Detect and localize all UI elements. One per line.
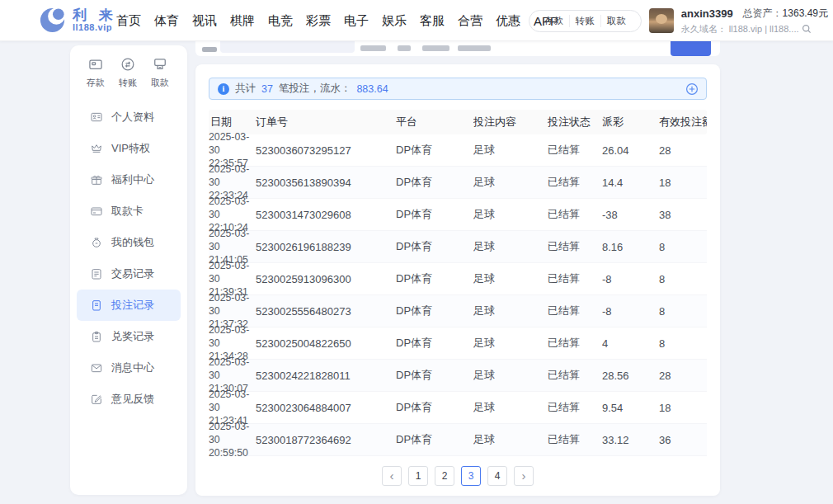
- user-info: anxin3399 总资产：1363.49元 永久域名： ll188.vip |…: [681, 7, 828, 35]
- page-button-2[interactable]: 2: [435, 466, 454, 486]
- nav-item-chess[interactable]: 棋牌: [230, 13, 255, 29]
- sidebar-item-wallet[interactable]: 我的钱包: [77, 227, 181, 258]
- next-page-button[interactable]: ›: [514, 466, 534, 486]
- avatar[interactable]: [649, 8, 674, 33]
- wallet-icon: [90, 236, 103, 249]
- prev-page-button[interactable]: ‹: [382, 466, 402, 486]
- gift-icon: [90, 173, 103, 186]
- status-badge: 已结算: [548, 143, 602, 158]
- table-row: 2025-03-3021:41:05 5230026196188239 DP体育…: [209, 231, 707, 263]
- deposit-link[interactable]: 存款: [539, 15, 569, 27]
- withdraw-icon: [152, 56, 168, 73]
- bet-records-panel: i 共计 37 笔投注，流水： 883.64 日期 订单号 平台 投注内容 投注…: [195, 64, 720, 496]
- table-header-row: 日期 订单号 平台 投注内容 投注状态 派彩 有效投注额: [209, 110, 707, 134]
- top-navbar: 利 来 ll188.vip 首页 体育 视讯 棋牌 电竞 彩票 电子 娱乐 客服…: [0, 0, 833, 41]
- filter-toolbar-cutoff: [195, 41, 720, 56]
- sidebar-item-withdraw-card[interactable]: 取款卡: [77, 195, 181, 227]
- brand-title: 利 来: [73, 8, 117, 23]
- nav-item-promo[interactable]: 优惠: [496, 13, 520, 29]
- bank-card-icon: [90, 205, 103, 218]
- date-filter-button[interactable]: [360, 45, 386, 51]
- sidebar-item-vip[interactable]: VIP特权: [77, 133, 181, 164]
- domain-label: 永久域名：: [681, 23, 727, 35]
- page-button-1[interactable]: 1: [408, 466, 428, 486]
- transfer-icon: [120, 56, 136, 73]
- sidebar-item-feedback[interactable]: 意见反馈: [77, 384, 181, 415]
- brand-domain: ll188.vip: [73, 23, 117, 33]
- crown-icon: [90, 142, 103, 155]
- date-filter-button[interactable]: [422, 45, 449, 51]
- status-badge: 已结算: [548, 271, 602, 286]
- nav-item-esports[interactable]: 电竞: [268, 13, 293, 29]
- table-row: 2025-03-3021:39:31 5230025913096300 DP体育…: [209, 263, 707, 295]
- withdraw-link[interactable]: 取款: [600, 15, 632, 27]
- sidebar-item-redeem-records[interactable]: 兑奖记录: [77, 321, 181, 352]
- status-badge: 已结算: [548, 400, 602, 415]
- quick-transfer-button[interactable]: 转账: [116, 56, 139, 89]
- sidebar-item-transactions[interactable]: 交易记录: [77, 258, 181, 290]
- deposit-icon: [87, 56, 104, 73]
- transaction-list-icon: [90, 267, 103, 280]
- status-badge: 已结算: [548, 336, 602, 351]
- page: 利 来 ll188.vip 首页 体育 视讯 棋牌 电竞 彩票 电子 娱乐 客服…: [0, 0, 833, 504]
- search-icon[interactable]: [802, 24, 812, 34]
- username: anxin3399: [681, 7, 733, 20]
- nav-item-slots[interactable]: 电子: [344, 13, 369, 29]
- nav-item-lottery[interactable]: 彩票: [306, 13, 331, 29]
- table-row: 2025-03-3022:33:24 5230035613890394 DP体育…: [209, 167, 707, 199]
- search-submit-button[interactable]: [671, 41, 711, 56]
- brand-logo[interactable]: 利 来 ll188.vip: [38, 6, 117, 35]
- sidebar-item-bet-records[interactable]: 投注记录: [77, 290, 181, 321]
- sidebar-item-profile[interactable]: 个人资料: [77, 101, 181, 133]
- page-button-4[interactable]: 4: [487, 466, 507, 486]
- sidebar: 存款 转账 取款 个人资料: [70, 45, 187, 495]
- table-row: 2025-03-3021:34:28 5230025004822650 DP体育…: [209, 327, 707, 360]
- quick-deposit-button[interactable]: 存款: [84, 56, 107, 89]
- sidebar-menu: 个人资料 VIP特权 福利中心 取款卡: [70, 101, 187, 415]
- assets-value: 1363.49元: [783, 7, 828, 19]
- feedback-pen-icon: [90, 393, 103, 406]
- table-row: 2025-03-3020:59:50 5230018772364692 DP体育…: [209, 424, 707, 456]
- nav-item-home[interactable]: 首页: [116, 13, 141, 29]
- quick-withdraw-button[interactable]: 取款: [148, 56, 172, 89]
- profile-icon: [90, 111, 103, 124]
- status-badge: 已结算: [548, 207, 602, 222]
- bet-count: 37: [261, 83, 273, 95]
- filter-label-fragment: [202, 47, 217, 52]
- nav-item-live[interactable]: 视讯: [192, 13, 217, 29]
- nav-item-service[interactable]: 客服: [420, 13, 445, 29]
- sidebar-item-welfare[interactable]: 福利中心: [77, 164, 181, 195]
- table-row: 2025-03-3022:10:24 5230031473029608 DP体育…: [209, 199, 707, 231]
- status-badge: 已结算: [548, 368, 602, 383]
- status-badge: 已结算: [548, 239, 602, 254]
- bet-records-icon: [90, 299, 103, 312]
- status-badge: 已结算: [548, 304, 602, 318]
- table-row: 2025-03-3021:37:32 5230025556480273 DP体育…: [209, 295, 707, 327]
- table-row: 2025-03-3021:23:41 5230023064884007 DP体育…: [209, 392, 707, 424]
- nav-item-casino[interactable]: 娱乐: [382, 13, 407, 29]
- status-badge: 已结算: [548, 432, 602, 447]
- table-body: 2025-03-3022:35:57 5230036073295127 DP体育…: [209, 134, 707, 456]
- summary-bar: i 共计 37 笔投注，流水： 883.64: [209, 78, 707, 100]
- date-filter-button[interactable]: [398, 45, 411, 51]
- brand-logo-icon: [38, 6, 67, 35]
- sidebar-item-messages[interactable]: 消息中心: [77, 352, 181, 384]
- circle-plus-icon[interactable]: [685, 82, 699, 96]
- table-row: 2025-03-3022:35:57 5230036073295127 DP体育…: [209, 134, 707, 167]
- status-badge: 已结算: [548, 175, 602, 190]
- nav-item-partner[interactable]: 合营: [458, 13, 482, 29]
- table-row: 2025-03-3021:30:07 5230024221828011 DP体育…: [209, 360, 707, 392]
- main-nav: 首页 体育 视讯 棋牌 电竞 彩票 电子 娱乐 客服 合营 优惠 APP: [116, 0, 558, 41]
- turnover-value: 883.64: [356, 83, 388, 95]
- bet-records-table: 日期 订单号 平台 投注内容 投注状态 派彩 有效投注额 2025-03-302…: [209, 110, 707, 456]
- date-filter-button[interactable]: [458, 45, 491, 51]
- info-icon: i: [218, 83, 229, 95]
- date-range-input[interactable]: [220, 41, 355, 53]
- domain-value: ll188.vip | ll188....: [729, 24, 799, 34]
- page-button-3[interactable]: 3: [461, 466, 481, 486]
- clipboard-icon: [90, 330, 103, 343]
- transfer-link[interactable]: 转账: [569, 15, 600, 27]
- nav-item-sports[interactable]: 体育: [154, 13, 179, 29]
- quick-links-pill: 存款 转账 取款: [529, 10, 642, 32]
- pagination: ‹ 1 2 3 4 ›: [209, 466, 707, 486]
